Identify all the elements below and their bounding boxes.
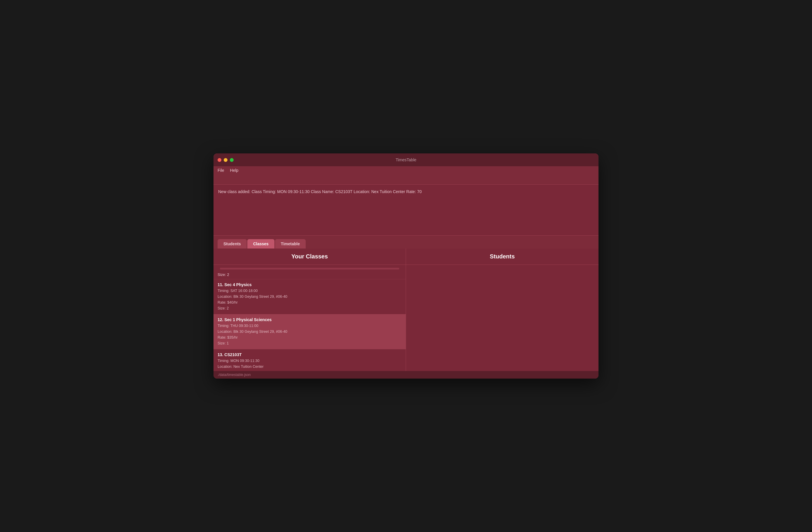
class-11-timing: Timing: SAT 16:00-18:00	[218, 288, 402, 294]
class-12-timing: Timing: THU 09:30-11:00	[218, 323, 402, 329]
tabs-bar: Students Classes Timetable	[214, 236, 598, 248]
scroll-indicator	[220, 268, 399, 270]
class-item-13[interactable]: 13. CS2103T Timing: MON 09:30-11:30 Loca…	[214, 349, 406, 371]
close-button[interactable]	[218, 158, 221, 162]
class-item-11[interactable]: 11. Sec 4 Physics Timing: SAT 16:00-18:0…	[214, 279, 406, 314]
students-panel: Students	[406, 248, 598, 371]
traffic-lights	[218, 158, 234, 162]
classes-list[interactable]: Size: 2 11. Sec 4 Physics Timing: SAT 16…	[214, 265, 406, 371]
classes-panel: Your Classes Size: 2 11. Sec 4 Physics T…	[214, 248, 406, 371]
class-11-location: Location: Blk 30 Geylang Street 29, #06-…	[218, 294, 402, 300]
command-input[interactable]	[218, 177, 594, 182]
class-12-size: Size: 1	[218, 340, 402, 346]
class-13-title: 13. CS2103T	[218, 352, 402, 357]
output-text: New class added: Class Timing: MON 09:30…	[218, 189, 422, 194]
menu-bar: File Help	[214, 166, 598, 174]
tab-timetable[interactable]: Timetable	[275, 239, 306, 248]
window-title: TimesTable	[395, 158, 416, 162]
menu-file[interactable]: File	[218, 168, 224, 173]
class-13-rate: Rate: $70/hr	[218, 370, 402, 371]
size-label-top: Size: 2	[214, 271, 406, 279]
menu-help[interactable]: Help	[230, 168, 238, 173]
class-13-location: Location: Nex Tuition Center	[218, 364, 402, 370]
class-11-size: Size: 2	[218, 305, 402, 311]
class-12-location: Location: Blk 30 Geylang Street 29, #06-…	[218, 329, 402, 334]
maximize-button[interactable]	[230, 158, 234, 162]
students-panel-header: Students	[406, 248, 598, 265]
main-content: Your Classes Size: 2 11. Sec 4 Physics T…	[214, 248, 598, 371]
app-window: TimesTable File Help New class added: Cl…	[214, 154, 598, 378]
classes-panel-header: Your Classes	[214, 248, 406, 265]
tab-students[interactable]: Students	[218, 239, 247, 248]
class-11-rate: Rate: $40/hr	[218, 300, 402, 305]
status-path: ./data/timestable.json	[218, 373, 250, 377]
tab-classes[interactable]: Classes	[247, 239, 274, 248]
output-area: New class added: Class Timing: MON 09:30…	[214, 185, 598, 236]
class-item-12[interactable]: 12. Sec 1 Physical Sciences Timing: THU …	[214, 314, 406, 349]
title-bar: TimesTable	[214, 154, 598, 166]
class-13-timing: Timing: MON 09:30-11:30	[218, 358, 402, 364]
status-bar: ./data/timestable.json	[214, 371, 598, 378]
class-12-rate: Rate: $35/hr	[218, 334, 402, 340]
class-11-title: 11. Sec 4 Physics	[218, 282, 402, 287]
class-12-title: 12. Sec 1 Physical Sciences	[218, 317, 402, 322]
minimize-button[interactable]	[224, 158, 228, 162]
command-area	[214, 174, 598, 185]
